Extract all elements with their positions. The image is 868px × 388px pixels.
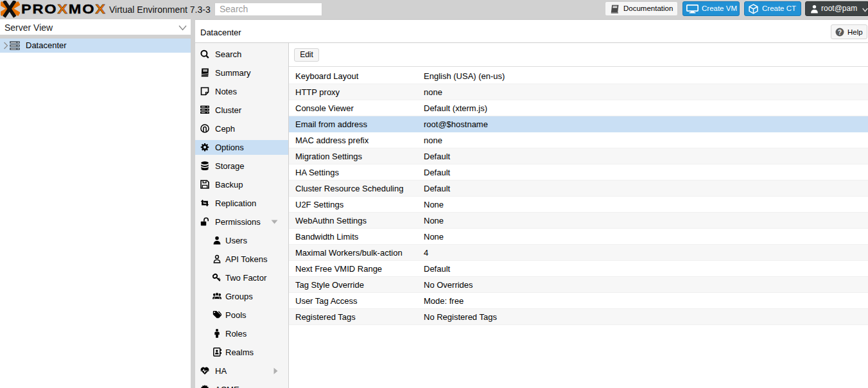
svg-text:?: ? bbox=[838, 29, 842, 36]
